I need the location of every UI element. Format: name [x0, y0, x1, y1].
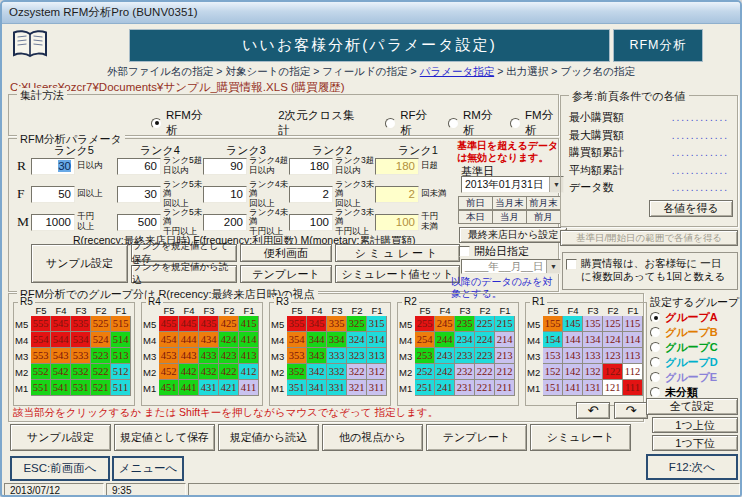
grid-cell-425[interactable]: 425 — [219, 316, 239, 332]
grid-cell-132[interactable]: 132 — [583, 364, 603, 380]
grid-cell-151[interactable]: 151 — [543, 380, 563, 396]
grid-cell-131[interactable]: 131 — [583, 380, 603, 396]
rank-input-M3[interactable]: 200 — [203, 214, 247, 231]
grid-cell-123[interactable]: 123 — [603, 348, 623, 364]
grid-cell-144[interactable]: 144 — [563, 332, 583, 348]
rank-input-R5[interactable]: 30 — [31, 158, 75, 175]
radio-rm-analysis[interactable]: RM分析 — [448, 108, 497, 138]
grid-cell-351[interactable]: 351 — [287, 380, 307, 396]
grid-cell-233[interactable]: 233 — [455, 348, 475, 364]
grid-cell-232[interactable]: 232 — [455, 364, 475, 380]
grid-cell-424[interactable]: 424 — [219, 332, 239, 348]
grid-cell-134[interactable]: 134 — [583, 332, 603, 348]
bottom-button-1[interactable]: サンプル設定 — [10, 424, 111, 451]
grid-cell-421[interactable]: 421 — [219, 380, 239, 396]
esc-back-button[interactable]: ESC:前画面へ — [10, 456, 110, 481]
grid-cell-225[interactable]: 225 — [475, 316, 495, 332]
rank-input-M1[interactable]: 100 — [375, 214, 419, 231]
grid-cell-414[interactable]: 414 — [239, 332, 259, 348]
preset-button-2-3[interactable]: 前月 — [526, 210, 561, 224]
rank-input-F4[interactable]: 30 — [117, 186, 161, 203]
grid-cell-445[interactable]: 445 — [179, 316, 199, 332]
grid-cell-341[interactable]: 341 — [307, 380, 327, 396]
grid-cell-514[interactable]: 514 — [111, 332, 131, 348]
radio-fm-analysis[interactable]: FM分析 — [510, 108, 558, 138]
grid-cell-231[interactable]: 231 — [455, 380, 475, 396]
grid-cell-335[interactable]: 335 — [327, 316, 347, 332]
grid-cell-211[interactable]: 211 — [495, 380, 515, 396]
grid-cell-214[interactable]: 214 — [495, 332, 515, 348]
grid-cell-135[interactable]: 135 — [583, 316, 603, 332]
undo-button[interactable]: ↶ — [576, 402, 610, 419]
grid-cell-441[interactable]: 441 — [179, 380, 199, 396]
grid-cell-255[interactable]: 255 — [415, 316, 435, 332]
bottom-button-5[interactable]: テンプレート — [426, 424, 527, 451]
grid-cell-325[interactable]: 325 — [347, 316, 367, 332]
preset-button-1-3[interactable]: 前月末 — [526, 196, 561, 210]
grid-cell-454[interactable]: 454 — [159, 332, 179, 348]
bottom-button-6[interactable]: シミュレート — [530, 424, 631, 451]
grid-cell-352[interactable]: 352 — [287, 364, 307, 380]
grid-cell-543[interactable]: 543 — [51, 348, 71, 364]
grid-cell-133[interactable]: 133 — [583, 348, 603, 364]
grid-cell-343[interactable]: 343 — [307, 348, 327, 364]
grid-cell-115[interactable]: 115 — [623, 316, 643, 332]
grid-cell-141[interactable]: 141 — [563, 380, 583, 396]
grid-cell-551[interactable]: 551 — [31, 380, 51, 396]
grid-cell-544[interactable]: 544 — [51, 332, 71, 348]
grid-cell-215[interactable]: 215 — [495, 316, 515, 332]
grid-cell-434[interactable]: 434 — [199, 332, 219, 348]
grid-cell-354[interactable]: 354 — [287, 332, 307, 348]
grid-cell-121[interactable]: 121 — [603, 380, 623, 396]
get-values-button[interactable]: 各値を得る — [649, 200, 733, 217]
preset-button-2-1[interactable]: 本日 — [458, 210, 493, 224]
grid-cell-142[interactable]: 142 — [563, 364, 583, 380]
save-rank-defaults-button[interactable]: ランクを規定値として保存 — [131, 244, 237, 262]
grid-cell-522[interactable]: 522 — [91, 364, 111, 380]
grid-cell-124[interactable]: 124 — [603, 332, 623, 348]
grid-cell-244[interactable]: 244 — [435, 332, 455, 348]
grid-cell-112[interactable]: 112 — [623, 364, 643, 380]
grid-cell-455[interactable]: 455 — [159, 316, 179, 332]
grid-cell-533[interactable]: 533 — [71, 348, 91, 364]
group-option-3[interactable]: グループC — [650, 340, 718, 355]
count-once-checkbox[interactable]: 購買情報は、お客様毎に 一日 に複数回あっても1回と数える — [562, 252, 738, 290]
grid-cell-331[interactable]: 331 — [327, 380, 347, 396]
grid-cell-432[interactable]: 432 — [199, 364, 219, 380]
grid-cell-122[interactable]: 122 — [603, 364, 623, 380]
grid-cell-442[interactable]: 442 — [179, 364, 199, 380]
grid-cell-213[interactable]: 213 — [495, 348, 515, 364]
grid-cell-241[interactable]: 241 — [435, 380, 455, 396]
group-option-5[interactable]: グループE — [650, 370, 718, 385]
grid-cell-334[interactable]: 334 — [327, 332, 347, 348]
grid-cell-453[interactable]: 453 — [159, 348, 179, 364]
grid-cell-451[interactable]: 451 — [159, 380, 179, 396]
grid-cell-223[interactable]: 223 — [475, 348, 495, 364]
start-date-checkbox[interactable]: 開始日指定 — [459, 244, 529, 259]
rank-input-M4[interactable]: 500 — [117, 214, 161, 231]
menu-button[interactable]: メニューへ — [112, 456, 184, 481]
grid-cell-252[interactable]: 252 — [415, 364, 435, 380]
grid-cell-344[interactable]: 344 — [307, 332, 327, 348]
grid-cell-221[interactable]: 221 — [475, 380, 495, 396]
radio-rfm-analysis[interactable]: RFM分析 — [151, 108, 206, 138]
grid-cell-114[interactable]: 114 — [623, 332, 643, 348]
rank-input-R2[interactable]: 180 — [289, 158, 333, 175]
grid-cell-222[interactable]: 222 — [475, 364, 495, 380]
grid-cell-212[interactable]: 212 — [495, 364, 515, 380]
f12-next-button[interactable]: F12:次へ — [646, 454, 738, 480]
grid-cell-515[interactable]: 515 — [111, 316, 131, 332]
set-all-button[interactable]: 全て設定 — [646, 398, 738, 415]
grid-cell-224[interactable]: 224 — [475, 332, 495, 348]
grid-cell-554[interactable]: 554 — [31, 332, 51, 348]
group-option-2[interactable]: グループB — [650, 325, 718, 340]
grid-cell-254[interactable]: 254 — [415, 332, 435, 348]
grid-cell-333[interactable]: 333 — [327, 348, 347, 364]
template-button[interactable]: テンプレート — [240, 265, 332, 283]
grid-cell-152[interactable]: 152 — [543, 364, 563, 380]
grid-cell-332[interactable]: 332 — [327, 364, 347, 380]
grid-cell-534[interactable]: 534 — [71, 332, 91, 348]
grid-cell-251[interactable]: 251 — [415, 380, 435, 396]
grid-cell-512[interactable]: 512 — [111, 364, 131, 380]
grid-cell-443[interactable]: 443 — [179, 348, 199, 364]
